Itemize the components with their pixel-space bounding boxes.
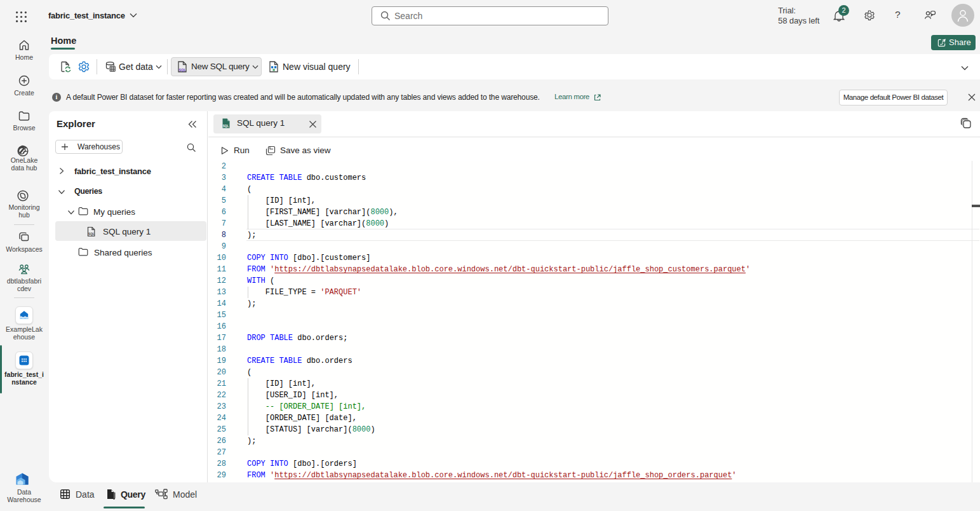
- svg-text:SQL: SQL: [223, 125, 229, 128]
- svg-text:SQL: SQL: [179, 68, 187, 72]
- svg-text:SQL: SQL: [88, 233, 95, 236]
